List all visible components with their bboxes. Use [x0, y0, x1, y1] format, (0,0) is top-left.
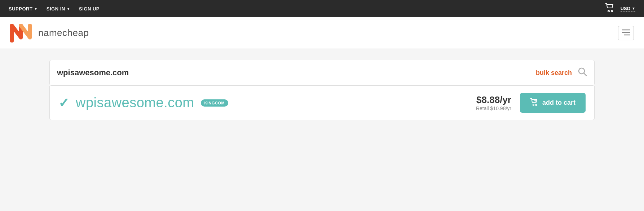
- search-bar-right: bulk search: [536, 67, 587, 79]
- available-check-icon: ✓: [58, 95, 69, 111]
- signin-chevron-icon: ▼: [67, 7, 70, 11]
- logo-text: namecheap: [38, 27, 89, 39]
- support-nav-item[interactable]: SUPPORT ▼: [9, 6, 38, 12]
- header: namecheap: [0, 17, 644, 49]
- signin-nav-item[interactable]: SIGN IN ▼: [47, 6, 70, 12]
- top-nav-left: SUPPORT ▼ SIGN IN ▼ SIGN UP: [9, 6, 100, 12]
- support-label: SUPPORT: [9, 6, 32, 12]
- currency-label: USD: [621, 6, 630, 11]
- top-nav-right: USD ▼: [605, 3, 635, 14]
- add-to-cart-label: add to cart: [542, 99, 575, 107]
- hamburger-menu-icon[interactable]: [618, 26, 634, 40]
- svg-point-7: [533, 104, 534, 106]
- svg-point-8: [535, 104, 537, 106]
- search-button[interactable]: [578, 67, 587, 79]
- currency-chevron-icon: ▼: [632, 6, 635, 10]
- svg-point-0: [608, 10, 609, 12]
- result-left: ✓ wpisawesome.com KINGCOM: [58, 95, 228, 111]
- search-bar: wpisawesome.com bulk search: [49, 60, 595, 86]
- cart-icon[interactable]: [605, 3, 615, 14]
- signin-label: SIGN IN: [47, 6, 65, 12]
- currency-selector[interactable]: USD ▼: [621, 6, 635, 12]
- result-right: $8.88/yr Retail $10.98/yr add to cart: [476, 93, 586, 113]
- result-domain-name: wpisawesome.com: [76, 95, 194, 111]
- add-to-cart-button[interactable]: add to cart: [520, 93, 586, 113]
- domain-result-row: ✓ wpisawesome.com KINGCOM $8.88/yr Retai…: [49, 86, 595, 120]
- main-content: wpisawesome.com bulk search ✓ wpisawesom…: [41, 60, 603, 120]
- namecheap-logo-icon: [10, 24, 35, 42]
- support-chevron-icon: ▼: [34, 7, 38, 11]
- top-nav: SUPPORT ▼ SIGN IN ▼ SIGN UP USD ▼: [0, 0, 644, 17]
- svg-point-1: [611, 10, 613, 12]
- logo-link[interactable]: namecheap: [10, 24, 89, 42]
- price-info: $8.88/yr Retail $10.98/yr: [476, 94, 511, 111]
- signup-label: SIGN UP: [79, 6, 100, 12]
- svg-line-6: [584, 73, 586, 76]
- price-main: $8.88/yr: [476, 94, 511, 106]
- search-domain-value: wpisawesome.com: [57, 68, 129, 77]
- registrar-badge: KINGCOM: [201, 99, 229, 107]
- price-retail: Retail $10.98/yr: [476, 106, 511, 111]
- cart-button-icon: [530, 98, 539, 108]
- bulk-search-link[interactable]: bulk search: [536, 69, 572, 77]
- signup-nav-item[interactable]: SIGN UP: [79, 6, 100, 12]
